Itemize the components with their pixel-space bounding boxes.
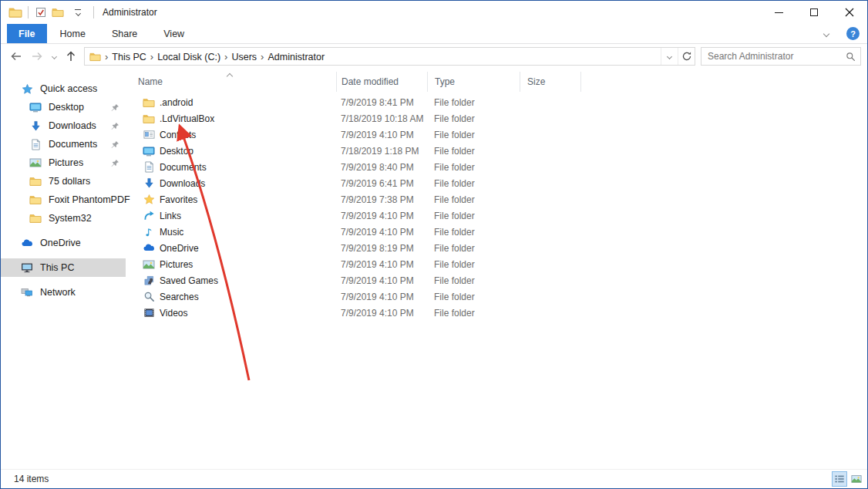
type-cell: File folder — [427, 130, 520, 140]
details-view-button[interactable] — [832, 471, 847, 487]
file-row-onedrive[interactable]: OneDrive7/9/2019 8:19 PMFile folder — [126, 240, 867, 256]
sidebar-item-quick-access[interactable]: Quick access — [1, 79, 126, 98]
sidebar-item-pictures[interactable]: Pictures — [1, 153, 126, 172]
date-modified-cell: 7/18/2019 10:18 AM — [336, 113, 427, 124]
date-modified-cell: 7/9/2019 4:10 PM — [336, 292, 427, 302]
sidebar-item-75-dollars[interactable]: 75 dollars — [1, 172, 126, 191]
sidebar-item-label: Pictures — [49, 157, 83, 168]
file-row-desktop[interactable]: Desktop7/18/2019 1:18 PMFile folder — [126, 143, 867, 159]
sidebar-item-downloads[interactable]: Downloads — [1, 116, 126, 135]
file-name-cell: Music — [126, 226, 336, 238]
breadcrumb-this-pc[interactable]: This PC — [109, 52, 149, 62]
properties-check-icon — [35, 6, 47, 19]
properties-qat-button[interactable] — [32, 4, 49, 21]
close-button[interactable] — [832, 1, 867, 24]
file-row-ldvirtualbox[interactable]: .LdVirtualBox7/18/2019 10:18 AMFile fold… — [126, 110, 867, 126]
date-modified-cell: 7/9/2019 8:41 PM — [336, 97, 427, 108]
sidebar-item-system32[interactable]: System32 — [1, 209, 126, 228]
window-controls — [761, 1, 867, 24]
navigation-bar: ›This PC›Local Disk (C:)›Users›Administr… — [1, 44, 867, 69]
item-count: 14 items — [14, 474, 49, 484]
file-name: Videos — [160, 308, 187, 319]
file-row-saved-games[interactable]: Saved Games7/9/2019 4:10 PMFile folder — [126, 272, 867, 288]
file-name: Favorites — [160, 194, 197, 205]
breadcrumb-segments: ›This PC›Local Disk (C:)›Users›Administr… — [104, 49, 328, 63]
help-button[interactable]: ? — [846, 27, 860, 40]
ribbon-right-controls: ? — [817, 24, 867, 43]
file-name-cell: OneDrive — [126, 242, 336, 255]
sidebar-item-foxit-phantompdf[interactable]: Foxit PhantomPDF — [1, 191, 126, 209]
tab-home[interactable]: Home — [47, 24, 99, 43]
documents-icon — [143, 161, 155, 174]
up-arrow-icon — [65, 50, 77, 62]
expand-ribbon-button[interactable] — [817, 25, 836, 43]
file-row-favorites[interactable]: Favorites7/9/2019 7:38 PMFile folder — [126, 191, 867, 207]
file-row-documents[interactable]: Documents7/9/2019 8:40 PMFile folder — [126, 159, 867, 175]
type-cell: File folder — [427, 308, 520, 319]
favorites-icon — [143, 194, 155, 206]
sidebar-item-label: Network — [40, 287, 76, 298]
contacts-icon — [143, 129, 155, 141]
up-button[interactable] — [62, 47, 80, 66]
sort-ascending-icon — [227, 73, 233, 79]
file-name: Desktop — [160, 146, 193, 157]
status-bar: 14 items — [1, 469, 867, 488]
address-dropdown-button[interactable] — [661, 48, 678, 65]
breadcrumb-users[interactable]: Users — [228, 52, 260, 62]
sidebar-item-documents[interactable]: Documents — [1, 135, 126, 153]
file-row-music[interactable]: Music7/9/2019 4:10 PMFile folder — [126, 224, 867, 240]
sidebar-item-desktop[interactable]: Desktop — [1, 98, 126, 116]
date-modified-cell: 7/9/2019 4:10 PM — [336, 259, 427, 270]
search-box — [701, 47, 861, 66]
column-header-name[interactable]: Name — [126, 72, 336, 92]
address-bar[interactable]: ›This PC›Local Disk (C:)›Users›Administr… — [84, 47, 695, 66]
large-icons-view-button[interactable] — [849, 471, 864, 487]
file-name: Links — [160, 211, 181, 221]
folder-icon — [89, 51, 101, 62]
search-icon[interactable] — [846, 52, 856, 62]
file-row-contacts[interactable]: Contacts7/9/2019 4:10 PMFile folder — [126, 126, 867, 143]
column-header-date-modified[interactable]: Date modified — [336, 72, 427, 92]
file-row-downloads[interactable]: Downloads7/9/2019 6:41 PMFile folder — [126, 175, 867, 191]
window-title: Administrator — [103, 7, 157, 18]
view-toggle-buttons — [832, 471, 864, 487]
file-name: Documents — [160, 162, 207, 173]
new-folder-qat-button[interactable] — [49, 4, 66, 21]
music-icon — [143, 226, 155, 238]
search-input[interactable] — [706, 50, 846, 62]
main-area: Quick accessDesktopDownloadsDocumentsPic… — [1, 69, 867, 470]
tab-view[interactable]: View — [150, 24, 197, 43]
file-row-pictures[interactable]: Pictures7/9/2019 4:10 PMFile folder — [126, 256, 867, 272]
chevron-down-icon — [51, 53, 56, 59]
sidebar-item-network[interactable]: Network — [1, 283, 126, 302]
file-explorer-window: Administrator File Home Share View ? — [0, 0, 868, 489]
breadcrumb-local-disk-c[interactable]: Local Disk (C:) — [154, 52, 224, 62]
tab-share[interactable]: Share — [99, 24, 150, 43]
recent-locations-button[interactable] — [49, 47, 59, 66]
type-cell: File folder — [427, 227, 520, 238]
pictures-icon — [29, 157, 42, 169]
back-button[interactable] — [7, 47, 25, 66]
file-row-links[interactable]: Links7/9/2019 4:10 PMFile folder — [126, 207, 867, 224]
quick-access-icon — [21, 83, 33, 95]
file-list: .android7/9/2019 8:41 PMFile folder.LdVi… — [126, 94, 867, 321]
maximize-button[interactable] — [796, 1, 832, 24]
breadcrumb-administrator[interactable]: Administrator — [264, 52, 328, 62]
customize-quick-access-toolbar-button[interactable] — [69, 4, 86, 21]
date-modified-cell: 7/9/2019 4:10 PM — [336, 227, 427, 238]
pictures-icon — [143, 258, 155, 271]
file-name-cell: Contacts — [126, 129, 336, 141]
column-header-size[interactable]: Size — [520, 72, 581, 92]
minimize-button[interactable] — [761, 1, 796, 24]
file-row-android[interactable]: .android7/9/2019 8:41 PMFile folder — [126, 94, 867, 110]
forward-button[interactable] — [28, 47, 46, 66]
refresh-button[interactable] — [678, 48, 695, 65]
sidebar-item-onedrive[interactable]: OneDrive — [1, 234, 126, 252]
sidebar-item-this-pc[interactable]: This PC — [1, 258, 126, 277]
tab-file[interactable]: File — [7, 24, 47, 43]
folder-icon — [143, 96, 155, 109]
file-row-videos[interactable]: Videos7/9/2019 4:10 PMFile folder — [126, 305, 867, 321]
forward-arrow-icon — [31, 50, 43, 62]
file-row-searches[interactable]: Searches7/9/2019 4:10 PMFile folder — [126, 288, 867, 305]
column-header-type[interactable]: Type — [427, 72, 520, 92]
